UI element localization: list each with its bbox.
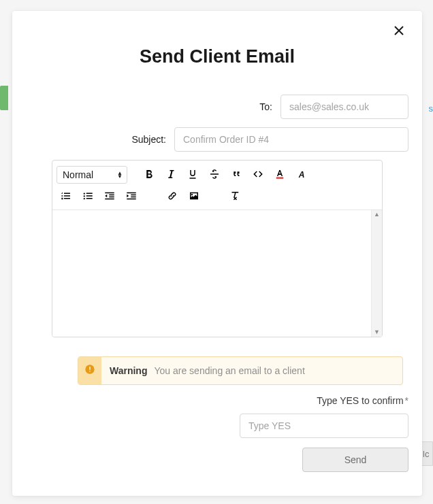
bullet-list-button[interactable] xyxy=(78,188,97,205)
to-label: To: xyxy=(259,101,272,112)
image-button[interactable] xyxy=(185,188,204,205)
quote-icon xyxy=(230,168,242,182)
warning-label: Warning xyxy=(110,365,147,376)
format-picker-value: Normal xyxy=(63,169,93,180)
link-button[interactable] xyxy=(163,188,182,205)
background-link-fragment: s xyxy=(429,103,434,114)
clear-format-button[interactable] xyxy=(225,188,244,205)
code-icon xyxy=(252,168,264,182)
italic-icon xyxy=(165,168,177,182)
quote-button[interactable] xyxy=(227,166,246,184)
close-button[interactable] xyxy=(389,22,408,41)
indent-icon xyxy=(125,190,138,204)
bullet-list-icon xyxy=(82,190,94,204)
editor-content-area[interactable] xyxy=(52,210,371,337)
send-email-modal: Send Client Email To: Subject: Normal ▲▼ xyxy=(12,11,422,496)
scroll-up-icon: ▲ xyxy=(374,212,380,218)
strikethrough-icon xyxy=(208,168,221,182)
format-picker[interactable]: Normal ▲▼ xyxy=(57,166,127,184)
bold-icon xyxy=(143,168,155,182)
italic-button[interactable] xyxy=(161,166,180,184)
svg-rect-2 xyxy=(89,367,90,370)
text-color-icon xyxy=(274,168,286,182)
subject-input[interactable] xyxy=(174,127,408,152)
svg-rect-0 xyxy=(276,177,284,178)
warning-message: You are sending an email to a client xyxy=(154,365,304,376)
ordered-list-icon xyxy=(60,190,72,204)
text-color-button[interactable] xyxy=(270,166,289,184)
modal-title: Send Client Email xyxy=(26,46,408,67)
confirm-input[interactable] xyxy=(240,414,408,438)
outdent-button[interactable] xyxy=(100,188,119,205)
ordered-list-button[interactable] xyxy=(57,188,76,205)
subject-label: Subject: xyxy=(131,134,166,145)
rich-text-editor: Normal ▲▼ A xyxy=(52,160,383,337)
warning-banner: Warning You are sending an email to a cl… xyxy=(78,356,403,385)
underline-button[interactable] xyxy=(183,166,202,184)
outdent-icon xyxy=(103,190,116,204)
indent-button[interactable] xyxy=(122,188,141,205)
image-icon xyxy=(188,190,200,204)
clear-format-icon xyxy=(229,190,241,204)
editor-toolbar: Normal ▲▼ A xyxy=(52,161,382,210)
confirm-label: Type YES to confirm* xyxy=(317,395,408,406)
strike-button[interactable] xyxy=(205,166,224,184)
to-input[interactable] xyxy=(280,95,408,119)
link-icon xyxy=(166,190,178,204)
editor-scrollbar[interactable]: ▲ ▼ xyxy=(371,210,382,337)
background-stub xyxy=(0,86,8,110)
chevron-updown-icon: ▲▼ xyxy=(117,171,123,178)
close-icon xyxy=(394,25,404,38)
svg-rect-3 xyxy=(89,371,90,371)
bold-button[interactable] xyxy=(140,166,159,184)
scroll-down-icon: ▼ xyxy=(374,329,380,335)
send-button[interactable]: Send xyxy=(302,448,408,472)
underline-icon xyxy=(187,168,199,182)
warning-icon xyxy=(84,364,95,377)
highlight-button[interactable]: A xyxy=(292,166,311,184)
code-button[interactable] xyxy=(248,166,268,184)
